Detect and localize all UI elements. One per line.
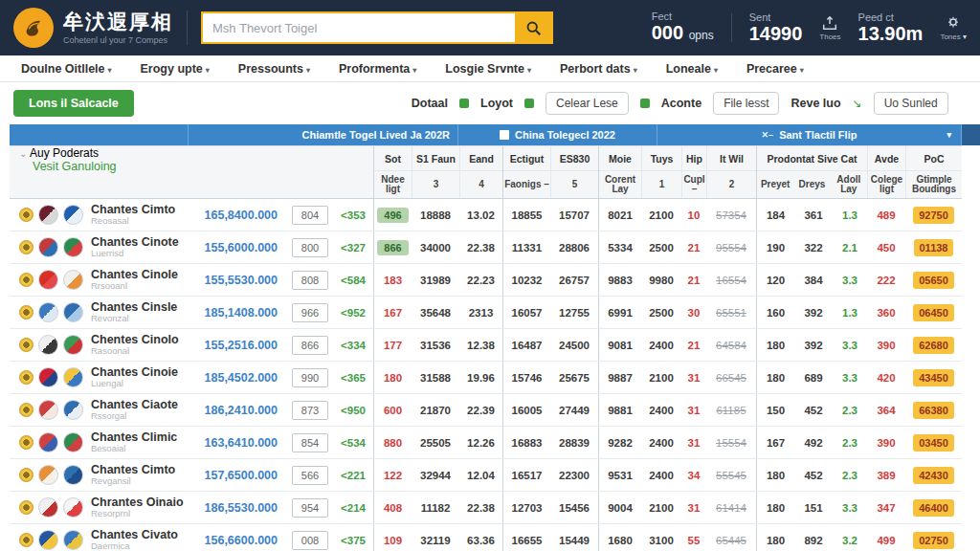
team-name[interactable]: Chentes Cinolo bbox=[91, 334, 179, 345]
nav-item-1[interactable]: Doulne Oitllele▾ bbox=[21, 62, 112, 76]
table-row[interactable]: Chantes Cinole Rrsooanl155,5530.000<5841… bbox=[10, 264, 962, 297]
team-name[interactable]: Chantes Cinoie bbox=[91, 366, 178, 378]
stake-input[interactable] bbox=[292, 433, 328, 452]
limit-value: <952 bbox=[333, 297, 373, 328]
team-cell[interactable]: Chantes Cinoie Luengal bbox=[10, 362, 207, 393]
band-tab-sant[interactable]: ✕– Sant Tlactil Flip ▾ bbox=[657, 124, 962, 145]
checkbox-icon[interactable] bbox=[524, 99, 534, 108]
value-cell: 866 bbox=[373, 231, 412, 263]
team-name[interactable]: Chantes Ciaote bbox=[91, 399, 178, 410]
table-row[interactable]: Chantes Ciaote Rssorgal186,2410.000<9506… bbox=[10, 394, 962, 427]
celear-lese-button[interactable]: Celear Lese bbox=[546, 92, 629, 115]
value-cell: 12.38 bbox=[459, 329, 502, 361]
checkbox-icon[interactable] bbox=[500, 130, 509, 140]
checkbox-icon[interactable] bbox=[640, 99, 650, 108]
table-row[interactable]: Chantes Cimto Reosasal165,8400.000<35349… bbox=[10, 199, 962, 231]
stake-input[interactable] bbox=[292, 303, 328, 322]
team-cell[interactable]: Chantes Cinote Luerrisd bbox=[10, 231, 207, 263]
team-name[interactable]: Chrantes Oinaio bbox=[91, 496, 184, 508]
header-vesit-ganuloing[interactable]: Vesit Ganuloing bbox=[10, 160, 373, 173]
table-row[interactable]: Chantes Civato Daermica156,6600.000<3751… bbox=[10, 524, 962, 551]
amount-link[interactable]: 185,1408.000 bbox=[207, 297, 287, 328]
nav-item-6[interactable]: Perbort dats▾ bbox=[560, 62, 637, 76]
table-tab-band: Chiamtle Togel Lived Ja 202R China Toleg… bbox=[10, 124, 980, 145]
amount-link[interactable]: 163,6410.000 bbox=[207, 427, 287, 458]
band-tab-china[interactable]: China Tolegecl 2022 bbox=[458, 124, 657, 145]
nav-item-7[interactable]: Loneale▾ bbox=[666, 62, 718, 76]
team-name[interactable]: Chantes Cinole bbox=[91, 269, 178, 280]
team-cell[interactable]: Chrantes Oinaio Resorprnl bbox=[10, 492, 207, 523]
table-row[interactable]: Chantes Cinoie Luengal185,4502.000<36518… bbox=[10, 362, 962, 394]
nav-item-8[interactable]: Precaree▾ bbox=[746, 62, 804, 76]
band-segment-empty[interactable] bbox=[10, 124, 189, 145]
team-name[interactable]: Chantes Climic bbox=[91, 431, 177, 443]
stake-input-cell bbox=[287, 394, 333, 426]
table-row[interactable]: Chantes Cinote Luerrisd155,6000.000<3278… bbox=[10, 231, 962, 264]
uo-sunled-button[interactable]: Uo Sunled bbox=[874, 92, 948, 115]
amount-link[interactable]: 155,5530.000 bbox=[207, 264, 287, 296]
tray-icon-button[interactable]: Thoes bbox=[819, 14, 840, 41]
team-logo-icon bbox=[38, 465, 58, 485]
amount-link[interactable]: 186,5530.000 bbox=[207, 492, 287, 523]
table-row[interactable]: Chrantes Oinaio Resorprnl186,5530.000<21… bbox=[10, 492, 962, 524]
column-subheader: Preyet bbox=[757, 171, 793, 198]
chevron-down-icon[interactable]: ⌄ bbox=[19, 148, 27, 159]
band-tab-live[interactable]: Chiamtle Togel Lived Ja 202R bbox=[189, 124, 458, 145]
file-lesst-button[interactable]: File lesst bbox=[713, 92, 779, 115]
value-cell: 390 bbox=[867, 427, 905, 458]
team-name[interactable]: Chantes Cimto bbox=[91, 464, 175, 475]
team-cell[interactable]: Chantes Cinsle Revonzal bbox=[10, 297, 207, 328]
team-cell[interactable]: Chantes Ciaote Rssorgal bbox=[10, 394, 207, 426]
table-row[interactable]: Chantes Climic Besoaial163,6410.000<5348… bbox=[10, 427, 962, 459]
value-cell: 11182 bbox=[412, 492, 459, 523]
amount-link[interactable]: 185,4502.000 bbox=[207, 362, 287, 393]
checkbox-icon[interactable] bbox=[459, 99, 469, 108]
team-logo-icon bbox=[63, 270, 83, 290]
table-row[interactable]: Chantes Cinsle Revonzal185,1408.000<9521… bbox=[10, 297, 962, 329]
close-icon[interactable]: ✕– bbox=[762, 130, 774, 140]
nav-item-2[interactable]: Erogy upte▾ bbox=[141, 62, 210, 76]
team-cell[interactable]: Chentes Cinolo Rasoonal bbox=[10, 329, 207, 361]
search-input[interactable] bbox=[203, 13, 515, 42]
stake-input[interactable] bbox=[292, 206, 328, 225]
team-cell[interactable]: Chantes Cinole Rrsooanl bbox=[10, 264, 207, 296]
value-cell: 61414 bbox=[706, 492, 756, 523]
stake-input[interactable] bbox=[292, 336, 328, 355]
amount-link[interactable]: 157,6500.000 bbox=[207, 459, 287, 491]
team-cell[interactable]: Chantes Civato Daermica bbox=[10, 524, 207, 551]
team-name[interactable]: Chantes Civato bbox=[91, 529, 178, 540]
table-row[interactable]: Chantes Cimto Revgansil157,6500.000<2211… bbox=[10, 459, 962, 492]
stake-input[interactable] bbox=[292, 531, 328, 550]
stake-input[interactable] bbox=[292, 238, 328, 257]
settings-menu-button[interactable]: Tones ▾ bbox=[940, 14, 967, 41]
amount-link[interactable]: 155,2516.000 bbox=[207, 329, 287, 361]
team-cell[interactable]: Chantes Cimto Revgansil bbox=[10, 459, 207, 491]
stake-input[interactable] bbox=[292, 368, 328, 387]
band-corner-button[interactable] bbox=[962, 124, 980, 145]
table-row[interactable]: Chentes Cinolo Rasoonal155,2516.000<3341… bbox=[10, 329, 962, 362]
amount-link[interactable]: 156,6600.000 bbox=[207, 524, 287, 551]
value-cell: 389 bbox=[867, 459, 905, 491]
team-name[interactable]: Chantes Cinsle bbox=[91, 301, 177, 313]
team-cell[interactable]: Chantes Cimto Reosasal bbox=[10, 199, 207, 231]
amount-link[interactable]: 186,2410.000 bbox=[207, 394, 287, 426]
stake-input[interactable] bbox=[292, 498, 328, 518]
amount-link[interactable]: 165,8400.000 bbox=[207, 199, 287, 231]
value-cell: 9881 bbox=[598, 394, 641, 426]
amount-link[interactable]: 155,6000.000 bbox=[207, 231, 287, 263]
value-cell: 10232 bbox=[502, 264, 550, 296]
stake-input[interactable] bbox=[292, 271, 328, 290]
search-button[interactable] bbox=[515, 13, 551, 42]
nav-item-4[interactable]: Proformenta▾ bbox=[339, 62, 416, 76]
chevron-down-icon[interactable]: ▾ bbox=[947, 130, 951, 140]
team-name[interactable]: Chantes Cinote bbox=[91, 236, 179, 248]
nav-item-3[interactable]: Pressounts▾ bbox=[238, 62, 310, 76]
column-header-group: Prodontat Sive Cat PreyetDreysAdoll Lay bbox=[756, 146, 867, 198]
primary-action-button[interactable]: Lons il Salcacle bbox=[13, 90, 134, 117]
team-name[interactable]: Chantes Cimto bbox=[91, 204, 175, 215]
stake-input[interactable] bbox=[292, 466, 328, 485]
team-cell[interactable]: Chantes Climic Besoaial bbox=[10, 427, 207, 458]
nav-item-5[interactable]: Losgie Srvnte▾ bbox=[445, 62, 531, 76]
value-cell: 15707 bbox=[550, 199, 598, 231]
stake-input[interactable] bbox=[292, 401, 328, 420]
